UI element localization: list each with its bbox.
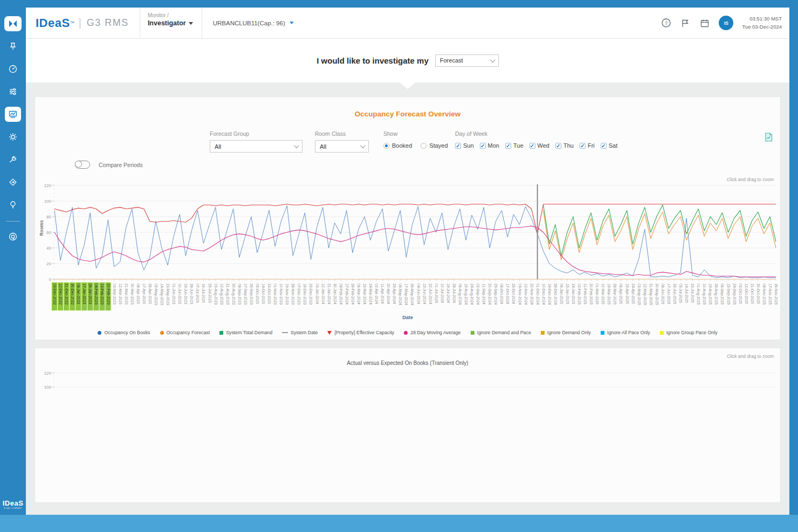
lightbulb-icon[interactable]: [5, 197, 21, 212]
room-class-select[interactable]: All: [315, 140, 369, 153]
checkbox-label: Wed: [538, 142, 549, 149]
svg-text:21-Oct-2025: 21-Oct-2025: [751, 284, 754, 304]
checkbox-thu[interactable]: ✓Thu: [555, 142, 574, 149]
svg-text:01-Jul-2024: 01-Jul-2024: [435, 284, 438, 303]
svg-text:06-Sep-2025: 06-Sep-2025: [720, 284, 724, 305]
checkbox-label: Sat: [609, 142, 618, 149]
checkbox-tue[interactable]: ✓Tue: [505, 142, 524, 149]
x-axis-title: Date: [35, 315, 780, 320]
property-selector[interactable]: URBANCLUB11(Cap.: 96): [202, 8, 294, 38]
pin-icon[interactable]: [5, 39, 21, 54]
svg-text:29-Sep-2024: 29-Sep-2024: [493, 284, 498, 305]
investigator-chart-icon[interactable]: [5, 107, 21, 122]
actual-vs-expected-chart-svg[interactable]: 120100: [38, 370, 778, 413]
logo-tm: ™: [70, 20, 74, 25]
legend-item[interactable]: [Property] Effective Capacity: [327, 330, 394, 335]
svg-text:06-Mar-2024: 06-Mar-2024: [357, 284, 361, 305]
svg-text:03-Aug-2023: 03-Aug-2023: [214, 284, 218, 305]
legend-label: Ignore Group Pace Only: [666, 330, 718, 335]
occupancy-chart[interactable]: 02040608010012003-Dec-202212-Dec-202221-…: [38, 183, 778, 316]
checkbox-mon[interactable]: ✓Mon: [480, 142, 499, 149]
svg-text:19-Mar-2025: 19-Mar-2025: [607, 284, 611, 305]
forecast-group-select[interactable]: All: [210, 140, 302, 153]
compare-periods-label: Compare Periods: [99, 162, 143, 168]
svg-text:07-Dec-2023: 07-Dec-2023: [297, 284, 301, 305]
day-of-week-checkboxes: ✓Sun✓Mon✓Tue✓Wed✓Thu✓Fri✓Sat: [455, 142, 617, 149]
brand-logo-icon[interactable]: [4, 16, 22, 31]
svg-text:28-Aug-2025: 28-Aug-2025: [714, 284, 718, 305]
legend-item[interactable]: Occupancy On Books: [98, 330, 150, 335]
svg-text:30-Oct-2025: 30-Oct-2025: [756, 284, 760, 304]
radio-stayed[interactable]: Stayed: [421, 142, 448, 149]
checkbox-box: ✓: [601, 143, 607, 149]
svg-text:40: 40: [46, 246, 51, 251]
flag-icon[interactable]: [680, 18, 691, 29]
svg-text:03-Dec-2022: 03-Dec-2022: [53, 284, 57, 305]
svg-text:03-Oct-2025: 03-Oct-2025: [739, 284, 742, 304]
module-current-label: Investigator: [148, 19, 186, 27]
main-window: IDeaS ™ | G3 RMS Monitor / Investigator …: [26, 8, 789, 515]
legend-item[interactable]: Ignore Demand Only: [541, 330, 591, 335]
legend-item[interactable]: Occupancy Forecast: [160, 330, 210, 335]
module-selector[interactable]: Monitor / Investigator: [140, 8, 202, 38]
callout-notch: [399, 82, 416, 89]
svg-text:22-Nov-2024: 22-Nov-2024: [530, 284, 534, 305]
legend-item[interactable]: Ignore Demand and Pace: [471, 330, 531, 335]
wrench-icon[interactable]: [5, 152, 21, 167]
svg-text:30-Jan-2024: 30-Jan-2024: [333, 284, 337, 304]
svg-text:22-Feb-2023: 22-Feb-2023: [107, 284, 111, 305]
dashboard-icon[interactable]: [5, 61, 21, 77]
svg-text:19-Nov-2023: 19-Nov-2023: [285, 284, 289, 305]
legend-marker: [282, 332, 288, 333]
user-avatar[interactable]: IS: [719, 16, 733, 30]
checkbox-sat[interactable]: ✓Sat: [601, 142, 618, 149]
legend-item[interactable]: System Total Demand: [219, 330, 272, 335]
legend-label: Occupancy Forecast: [167, 330, 210, 335]
actual-vs-expected-chart[interactable]: 120100: [38, 370, 778, 415]
legend-item[interactable]: 28 Day Moving Average: [404, 330, 460, 335]
checkbox-wed[interactable]: ✓Wed: [529, 142, 549, 149]
svg-text:28-Jun-2023: 28-Jun-2023: [190, 284, 194, 304]
navigate-icon[interactable]: [5, 175, 21, 190]
room-class-label: Room Class: [315, 130, 346, 137]
support-icon[interactable]: [5, 229, 21, 244]
legend-item[interactable]: Ignore All Pace Only: [601, 330, 650, 335]
logo-ideas: IDeaS: [36, 16, 70, 30]
investigate-dropdown[interactable]: Forecast: [435, 54, 499, 67]
svg-text:08-May-2024: 08-May-2024: [398, 284, 402, 305]
forecast-group-label: Forecast Group: [210, 130, 249, 137]
svg-text:0: 0: [49, 277, 52, 282]
occupancy-chart-svg[interactable]: 02040608010012003-Dec-202212-Dec-202221-…: [38, 183, 778, 314]
svg-text:17-Oct-2024: 17-Oct-2024: [506, 284, 510, 304]
radio-booked[interactable]: Booked: [383, 142, 412, 149]
radio-stayed-label: Stayed: [429, 142, 448, 149]
svg-text:12-Oct-2025: 12-Oct-2025: [745, 284, 748, 304]
legend-item[interactable]: Ignore Group Pace Only: [660, 330, 718, 335]
investigate-dropdown-value: Forecast: [440, 57, 463, 64]
svg-text:30-Mar-2023: 30-Mar-2023: [130, 284, 134, 305]
sliders-icon[interactable]: [5, 84, 21, 99]
legend-marker: [660, 331, 664, 335]
export-icon[interactable]: [765, 133, 773, 144]
svg-text:15-Sep-2025: 15-Sep-2025: [726, 284, 731, 305]
svg-text:12-Mar-2023: 12-Mar-2023: [119, 284, 122, 305]
calendar-icon[interactable]: [699, 18, 710, 29]
radio-booked-label: Booked: [392, 142, 412, 149]
gear-icon[interactable]: [5, 129, 21, 144]
svg-text:26-Nov-2025: 26-Nov-2025: [774, 284, 778, 305]
help-icon[interactable]: ?: [661, 18, 671, 29]
svg-text:28-Dec-2024: 28-Dec-2024: [554, 284, 558, 305]
svg-text:26-Feb-2024: 26-Feb-2024: [351, 284, 355, 305]
checkbox-fri[interactable]: ✓Fri: [580, 142, 595, 149]
compare-periods-toggle[interactable]: [75, 161, 90, 169]
svg-text:03-Jan-2024: 03-Jan-2024: [315, 284, 319, 304]
sidebar-footer-logo: IDeaS A SAS COMPANY: [3, 499, 24, 509]
svg-text:20-Feb-2025: 20-Feb-2025: [589, 284, 593, 305]
legend-item[interactable]: System Date: [282, 330, 318, 335]
checkbox-sun[interactable]: ✓Sun: [455, 142, 474, 149]
panel-title: Occupancy Forecast Overview: [35, 110, 780, 118]
logo-divider: |: [79, 17, 81, 29]
legend-marker: [541, 331, 545, 335]
zoom-hint: Click and drag to zoom: [727, 354, 774, 359]
svg-text:10-Mar-2025: 10-Mar-2025: [601, 284, 605, 305]
